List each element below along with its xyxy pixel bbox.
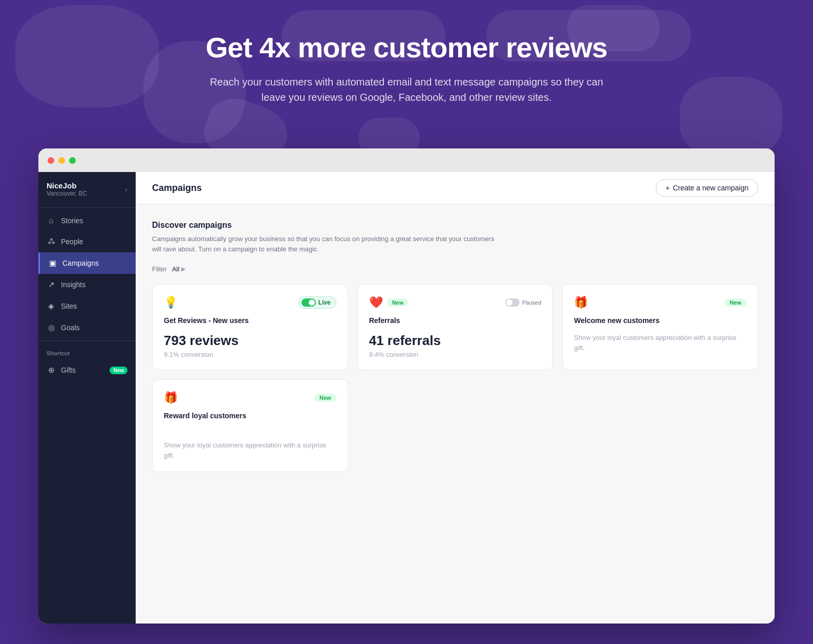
new-badge: New xyxy=(387,298,409,307)
bulb-icon: 💡 xyxy=(164,296,178,309)
hero-title: Get 4x more customer reviews xyxy=(0,31,813,64)
campaign-card-referrals[interactable]: ❤️ New Paused Referrals 41 referrals 9.4… xyxy=(357,284,553,370)
campaign-card-reward[interactable]: 🎁 New Reward loyal customers Show your l… xyxy=(152,379,348,472)
sidebar-divider-2 xyxy=(38,340,136,341)
gift-blue-icon: 🎁 xyxy=(164,391,178,404)
campaign-card-get-reviews[interactable]: 💡 Live Get Reviews - New users 793 revie… xyxy=(152,284,348,370)
hero-section: Get 4x more customer reviews Reach your … xyxy=(0,0,813,105)
sidebar-item-goals[interactable]: ◎ Goals xyxy=(38,317,136,338)
card-name: Get Reviews - New users xyxy=(164,316,336,325)
sidebar-item-label: Stories xyxy=(61,217,83,225)
discover-desc: Campaigns automatically grow your busine… xyxy=(152,234,500,254)
globe-icon: ⊕ xyxy=(47,366,56,375)
live-toggle[interactable] xyxy=(302,298,316,307)
plus-icon: + xyxy=(666,184,670,192)
filter-arrow-icon: ▶ xyxy=(181,266,185,272)
campaign-card-welcome[interactable]: 🎁 New Welcome new customers Show your lo… xyxy=(562,284,758,370)
home-icon: ⌂ xyxy=(47,216,56,225)
brand-name: NiceJob xyxy=(47,181,87,190)
sidebar-item-label: Campaigns xyxy=(62,259,99,267)
filter-row: Filter All ▶ xyxy=(152,265,758,273)
brand-location: Vancouver, BC xyxy=(47,190,87,197)
filter-select[interactable]: All ▶ xyxy=(172,265,185,273)
heart-icon: ❤️ xyxy=(369,296,383,309)
card-metric-value: 793 reviews xyxy=(164,333,336,349)
traffic-light-red[interactable] xyxy=(48,157,54,164)
new-badge: New xyxy=(724,298,746,307)
sidebar-divider xyxy=(38,207,136,208)
card-header: 💡 Live xyxy=(164,296,336,309)
live-label: Live xyxy=(318,299,331,306)
sites-icon: ◈ xyxy=(47,302,56,311)
sidebar-item-insights[interactable]: ↗ Insights xyxy=(38,274,136,295)
campaigns-grid: 💡 Live Get Reviews - New users 793 revie… xyxy=(152,284,758,472)
insights-icon: ↗ xyxy=(47,280,56,289)
people-icon: ⁂ xyxy=(47,237,56,246)
campaigns-body: Discover campaigns Campaigns automatical… xyxy=(136,204,775,488)
sidebar-item-label: Insights xyxy=(61,281,85,289)
card-header: 🎁 New xyxy=(574,296,746,309)
shortcut-label: Shortcut xyxy=(38,343,136,359)
paused-label: Paused xyxy=(522,299,541,306)
discover-title: Discover campaigns xyxy=(152,221,758,230)
filter-label: Filter xyxy=(152,265,167,273)
sidebar-item-campaigns[interactable]: ▣ Campaigns xyxy=(38,252,136,274)
main-content: Campaigns + Create a new campaign Discov… xyxy=(136,172,775,624)
card-metric-sub: 9.1% conversion xyxy=(164,351,336,358)
create-campaign-button[interactable]: + Create a new campaign xyxy=(656,179,758,197)
live-badge: Live xyxy=(298,296,336,309)
sidebar-item-gifts[interactable]: ⊕ Gifts New xyxy=(38,359,136,381)
gift-green-icon: 🎁 xyxy=(574,296,588,309)
browser-chrome xyxy=(38,148,775,172)
traffic-light-yellow[interactable] xyxy=(58,157,65,164)
card-name: Referrals xyxy=(369,316,542,325)
card-name: Reward loyal customers xyxy=(164,412,336,420)
sidebar: NiceJob Vancouver, BC › ⌂ Stories ⁂ Peop… xyxy=(38,172,136,624)
campaigns-icon: ▣ xyxy=(48,259,57,268)
traffic-light-green[interactable] xyxy=(69,157,76,164)
paused-toggle[interactable] xyxy=(505,298,520,307)
filter-value: All xyxy=(172,265,179,273)
card-desc: Show your loyal customers appreciation w… xyxy=(574,333,746,353)
sidebar-item-people[interactable]: ⁂ People xyxy=(38,231,136,252)
sidebar-item-label: People xyxy=(61,238,83,246)
app-layout: NiceJob Vancouver, BC › ⌂ Stories ⁂ Peop… xyxy=(38,172,775,624)
page-title: Campaigns xyxy=(152,183,202,194)
sidebar-item-label: Sites xyxy=(61,302,77,310)
card-metric-value: 41 referrals xyxy=(369,333,542,349)
new-badge: New xyxy=(314,394,336,402)
goals-icon: ◎ xyxy=(47,323,56,332)
paused-badge: Paused xyxy=(505,298,541,307)
sidebar-item-label: Goals xyxy=(61,324,80,332)
hero-subtitle: Reach your customers with automated emai… xyxy=(207,74,606,105)
create-button-label: Create a new campaign xyxy=(673,184,748,192)
sidebar-item-stories[interactable]: ⌂ Stories xyxy=(38,210,136,231)
card-header: ❤️ New Paused xyxy=(369,296,542,309)
chevron-right-icon: › xyxy=(125,185,127,194)
main-header: Campaigns + Create a new campaign xyxy=(136,172,775,204)
sidebar-item-label: Gifts xyxy=(61,366,76,374)
new-badge: New xyxy=(110,367,127,374)
sidebar-item-sites[interactable]: ◈ Sites xyxy=(38,295,136,317)
sidebar-brand[interactable]: NiceJob Vancouver, BC › xyxy=(38,172,136,205)
browser-window: NiceJob Vancouver, BC › ⌂ Stories ⁂ Peop… xyxy=(38,148,775,624)
brand-info: NiceJob Vancouver, BC xyxy=(47,181,87,197)
card-metric-sub: 9.4% conversion xyxy=(369,351,542,358)
card-desc: Show your loyal customers appreciation w… xyxy=(164,440,336,460)
card-header: 🎁 New xyxy=(164,391,336,404)
card-name: Welcome new customers xyxy=(574,316,746,325)
